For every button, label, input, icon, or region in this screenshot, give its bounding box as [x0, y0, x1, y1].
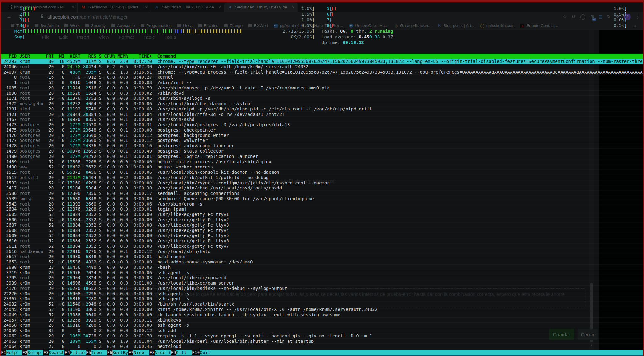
process-row[interactable]: 3611 root 52 0 10884 2352 S 0.0 0.0 0:00… [1, 244, 643, 249]
meter-1: 1[1.6%] [14, 6, 315, 11]
process-row[interactable]: 24032 kr0m 52 0 11540 2948 S 0.0 0.0 0:0… [1, 302, 643, 307]
meter-4: 4[0.5%] [14, 23, 315, 28]
process-row[interactable]: 1477 postgres 20 0 172M 23600 S 0.0 0.1 … [1, 138, 643, 143]
meter-3: 3[1.0%] [14, 17, 315, 23]
meter-2: 2[1.5%] [14, 11, 315, 17]
fkey-label-nice+[interactable]: Nice + [155, 350, 171, 355]
terminal-htop: 1[1.6%] 2[1.5%] 3[1.0%] 4[0.5%]Mem[2.71G… [0, 0, 644, 356]
fkey-f3[interactable]: F3 [43, 350, 49, 355]
fkey-f4[interactable]: F4 [64, 350, 70, 355]
process-row[interactable]: 24293 kr0m 30 10 4529M 317M S 0.6 2.0 0:… [1, 59, 643, 64]
meter-mem: Mem[2.71G/15.9G] [14, 28, 315, 34]
process-row[interactable]: 24062 kr0m 20 0 106M 30728 S 0.0 0.2 0:0… [1, 333, 643, 339]
uptime: Uptime: 09:19:52 [322, 40, 627, 45]
process-row[interactable]: 3609 root 52 0 10884 2352 S 0.0 0.0 0:00… [1, 233, 643, 238]
process-table: 24293 kr0m 30 10 4529M 317M S 0.6 2.0 0:… [1, 59, 643, 349]
process-row[interactable]: 3688 kr0m 23 0 16456 7480 S 0.0 0.0 0:00… [1, 265, 643, 270]
process-row[interactable]: 24046 root 20 0 24.7G 80424 S 0.2 0.5 0:… [1, 64, 643, 70]
meter-8: 8[0.5%] [322, 23, 627, 28]
fkey-label-search[interactable]: Search [49, 350, 65, 355]
fkey-f5[interactable]: F5 [86, 350, 91, 355]
process-table-header[interactable]: PID USER PRI NI VIRT RES S CPU% MEM% TIM… [1, 54, 643, 59]
fkey-label-sortby[interactable]: SortBy [112, 350, 128, 355]
process-row[interactable]: 3417 root 20 0 15104 5304 S 0.0 0.0 0:00… [1, 185, 643, 191]
fkey-f6[interactable]: F6 [107, 350, 112, 355]
process-row[interactable]: 24058 kr0m 26 0 16816 7280 S 0.0 0.0 0:0… [1, 323, 643, 328]
fkey-label-tree[interactable]: Tree [91, 350, 107, 355]
process-row[interactable]: 1391 ntpd 20 0 19192 5748 S 0.0 0.0 0:00… [1, 106, 643, 112]
process-row[interactable]: 24097 kr0m 20 0 488M 295M S 0.2 1.8 0:16… [1, 70, 643, 75]
process-row[interactable]: 3607 root 52 0 10884 2352 S 0.0 0.0 0:00… [1, 223, 643, 228]
process-row[interactable]: 3604 root 20 0 12076 3208 S 0.0 0.0 0:00… [1, 206, 643, 212]
process-row[interactable]: 1476 postgres 20 0 172M 23600 S 0.0 0.1 … [1, 133, 643, 138]
process-row[interactable]: 3539 smmsp 20 0 16680 6848 S 0.0 0.0 0:0… [1, 196, 643, 201]
meter-swp: Swp[0K/2.00G] [14, 34, 315, 40]
function-key-bar: F1Help F2Setup F3SearchF4FilterF5Tree F6… [1, 350, 643, 355]
process-row[interactable]: 22270 kr0m 20 0 16908 7296 S 0.0 0.0 0:0… [1, 291, 643, 297]
fkey-label-nice-[interactable]: Nice - [133, 350, 149, 355]
process-row[interactable]: 3617 root 20 0 19980 6848 S 0.0 0.0 0:00… [1, 254, 643, 259]
process-row[interactable]: 1467 root 52 0 19920 8356 S 0.0 0.1 0:00… [1, 117, 643, 122]
process-row[interactable]: 1085 root 20 0 11044 2516 S 0.0 0.0 0:38… [1, 85, 643, 91]
fkey-label-setup[interactable]: Setup [27, 350, 43, 355]
fkey-label-quit[interactable]: Quit [200, 350, 216, 355]
process-row[interactable]: 3719 kr0m 20 0 16976 7024 S 0.0 0.0 0:00… [1, 270, 643, 275]
process-row[interactable]: 3610 root 52 0 10884 2352 S 0.0 0.0 0:00… [1, 238, 643, 244]
process-row[interactable]: 3939 kr0m 20 0 14696 4508 S 0.0 0.0 0:01… [1, 280, 643, 286]
process-row[interactable]: 1490 www 52 0 18432 7672 S 0.0 0.0 0:00.… [1, 164, 643, 170]
process-row[interactable]: 3606 root 52 0 10884 2352 S 0.0 0.0 0:00… [1, 217, 643, 223]
fkey-label-filter[interactable]: Filter [70, 350, 86, 355]
fkey-f8[interactable]: F8 [149, 350, 155, 355]
htop-meters-right: 5[1.0%] 6[0.5%] 7[0.0%] 8[0.5%]Tasks: 86… [322, 6, 627, 45]
screen: kr0m@alfaexploit.com - M×MRecibidos (18.… [0, 0, 644, 356]
fkey-label-kill[interactable]: Kill [176, 350, 192, 355]
process-row[interactable]: 3653 root 52 0 15536 4832 S 0.0 0.0 0:00… [1, 259, 643, 265]
process-row[interactable]: 23367 kr0m 25 0 16816 7280 S 0.0 0.0 0:0… [1, 296, 643, 302]
process-row[interactable]: 24049 kr0m 52 0 15088 5040 S 0.0 0.0 0:0… [1, 312, 643, 318]
process-row[interactable]: 3795 root 20 0 26904 7824 S 0.0 0.0 0:00… [1, 275, 643, 280]
process-row[interactable]: 1517 polkitd 20 0 2145M 26404 S 0.0 0.2 … [1, 175, 643, 180]
process-row[interactable]: 1421 root 20 0 29844 20384 S 0.0 0.1 0:0… [1, 112, 643, 117]
load-average: Load average: 0.45 0.38 0.37 [322, 34, 627, 40]
process-row[interactable]: 1480 postgres 20 0 172M 24292 S 0.0 0.1 … [1, 154, 643, 159]
process-row[interactable]: 1475 postgres 20 0 172M 23648 S 0.0 0.1 … [1, 127, 643, 133]
fkey-f10[interactable]: F10 [192, 350, 200, 355]
htop-meters-left: 1[1.6%] 2[1.5%] 3[1.0%] 4[0.5%]Mem[2.71G… [14, 6, 315, 40]
process-row[interactable]: 24059 kr0m 35 0 0 0 Z 0.0 0.0 0:00.12 ss… [1, 328, 643, 333]
process-row[interactable]: 24063 kr0m 20 0 209M 155M S 0.0 1.0 0:01… [1, 339, 643, 344]
process-row[interactable]: 1478 postgres 20 0 172M 24336 S 0.0 0.1 … [1, 143, 643, 149]
process-row[interactable]: 0 root -16 0 0 912 S 0.0 0.0 0:40.27 ker… [1, 75, 643, 80]
fkey-label-help[interactable]: Help [6, 350, 22, 355]
fbar-filler [216, 350, 643, 355]
process-row[interactable]: 1473 postgres 20 0 172M 23520 S 0.0 0.1 … [1, 122, 643, 127]
process-row[interactable]: 1 root 52 0 9916 1048 S 0.0 0.0 0:00.03 … [1, 80, 643, 85]
process-row[interactable]: 3536 root 20 0 17300 7356 S 0.0 0.0 0:00… [1, 191, 643, 196]
process-row[interactable]: 24057 kr0m 30 0 13256 3920 S 0.0 0.0 0:0… [1, 318, 643, 323]
tasks-summary: Tasks: 86, 0 thr; 2 running [322, 28, 627, 34]
process-row[interactable]: 1489 root 52 0 17868 7208 S 0.0 0.0 0:00… [1, 159, 643, 165]
process-row[interactable]: 1098 root 20 0 10520 1524 S 0.0 0.0 0:00… [1, 91, 643, 96]
fkey-f9[interactable]: F9 [171, 350, 176, 355]
process-row[interactable]: 1171 root 20 0 11376 2752 S 0.0 0.0 0:00… [1, 96, 643, 101]
process-row[interactable]: 1479 postgres 20 0 30976 12692 S 0.0 0.1… [1, 149, 643, 154]
process-row[interactable]: 24064 kr0m 27 0 0 0 Z 0.0 0.0 0:00.45 ne… [1, 344, 643, 349]
process-row[interactable]: 1372 messagebu 20 0 13252 4004 S 0.0 0.0… [1, 101, 643, 106]
meter-6: 6[0.5%] [322, 11, 627, 17]
process-row[interactable]: 3605 root 52 0 10884 2352 S 0.0 0.0 0:00… [1, 212, 643, 217]
process-row[interactable]: 3608 root 52 0 10884 2352 S 0.0 0.0 0:00… [1, 228, 643, 233]
process-row[interactable]: 1515 root 20 0 55072 8456 S 0.0 0.1 0:00… [1, 170, 643, 175]
fkey-f2[interactable]: F2 [22, 350, 27, 355]
process-row[interactable]: 1533 root 52 0 17160 6208 S 0.0 0.0 0:00… [1, 180, 643, 186]
fkey-f1[interactable]: F1 [1, 350, 6, 355]
process-row[interactable]: 24045 kr0m 52 0 13100 3860 S 0.0 0.0 0:0… [1, 307, 643, 312]
meter-7: 7[0.0%] [322, 17, 627, 23]
process-row[interactable]: 3616 haldaemon 20 0 22816 9776 S 0.0 0.1… [1, 249, 643, 254]
process-row[interactable]: 4176 root 20 0 76220 18652 S 0.0 0.1 0:0… [1, 286, 643, 291]
process-row[interactable]: 3543 root 20 0 11392 2660 S 0.0 0.0 0:00… [1, 201, 643, 207]
fkey-f7[interactable]: F7 [128, 350, 134, 355]
meter-5: 5[1.0%] [322, 6, 627, 11]
